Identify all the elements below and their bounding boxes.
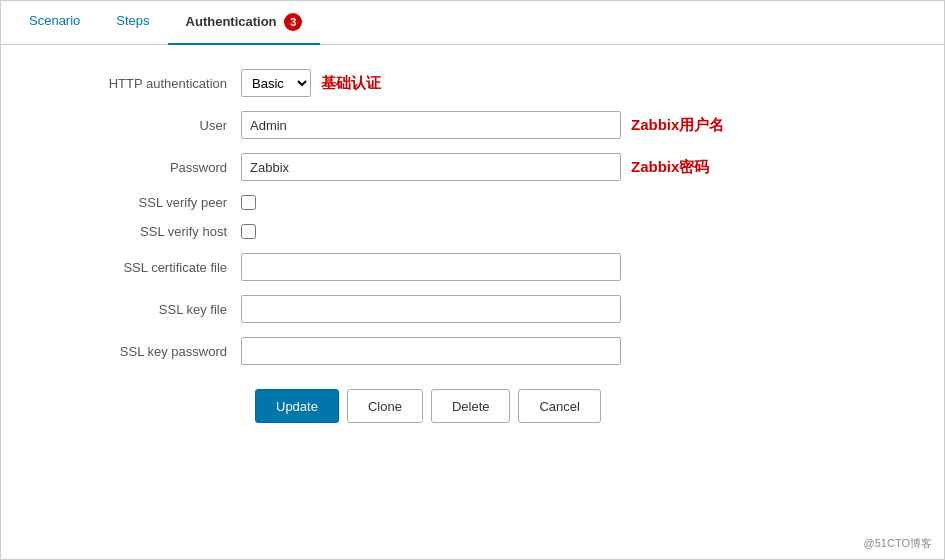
ssl-key-file-input[interactable] xyxy=(241,295,621,323)
http-auth-control: None Basic NTLM 基础认证 xyxy=(241,69,381,97)
password-input[interactable] xyxy=(241,153,621,181)
ssl-verify-peer-checkbox[interactable] xyxy=(241,195,256,210)
password-control: Zabbix密码 xyxy=(241,153,709,181)
user-annotation: Zabbix用户名 xyxy=(631,116,724,135)
tab-authentication-badge: 3 xyxy=(284,13,302,31)
ssl-verify-peer-row: SSL verify peer xyxy=(41,195,904,210)
main-container: Scenario Steps Authentication 3 HTTP aut… xyxy=(0,0,945,560)
tab-authentication[interactable]: Authentication 3 xyxy=(168,1,321,45)
password-label: Password xyxy=(41,160,241,175)
ssl-cert-file-row: SSL certificate file xyxy=(41,253,904,281)
tab-scenario[interactable]: Scenario xyxy=(11,1,98,45)
http-auth-annotation: 基础认证 xyxy=(321,74,381,93)
ssl-key-password-input[interactable] xyxy=(241,337,621,365)
ssl-key-password-label: SSL key password xyxy=(41,344,241,359)
clone-button[interactable]: Clone xyxy=(347,389,423,423)
ssl-cert-file-control xyxy=(241,253,621,281)
http-auth-row: HTTP authentication None Basic NTLM 基础认证 xyxy=(41,69,904,97)
delete-button[interactable]: Delete xyxy=(431,389,511,423)
password-annotation: Zabbix密码 xyxy=(631,158,709,177)
watermark: @51CTO博客 xyxy=(864,536,932,551)
ssl-verify-host-control xyxy=(241,224,256,239)
ssl-key-file-row: SSL key file xyxy=(41,295,904,323)
http-auth-select[interactable]: None Basic NTLM xyxy=(241,69,311,97)
ssl-verify-host-label: SSL verify host xyxy=(41,224,241,239)
update-button[interactable]: Update xyxy=(255,389,339,423)
user-row: User Zabbix用户名 xyxy=(41,111,904,139)
user-input[interactable] xyxy=(241,111,621,139)
ssl-key-file-control xyxy=(241,295,621,323)
tab-bar: Scenario Steps Authentication 3 xyxy=(1,1,944,45)
cancel-button[interactable]: Cancel xyxy=(518,389,600,423)
tab-steps[interactable]: Steps xyxy=(98,1,167,45)
ssl-key-password-row: SSL key password xyxy=(41,337,904,365)
ssl-verify-host-checkbox[interactable] xyxy=(241,224,256,239)
ssl-cert-file-input[interactable] xyxy=(241,253,621,281)
ssl-verify-peer-label: SSL verify peer xyxy=(41,195,241,210)
ssl-cert-file-label: SSL certificate file xyxy=(41,260,241,275)
ssl-verify-host-row: SSL verify host xyxy=(41,224,904,239)
ssl-key-password-control xyxy=(241,337,621,365)
user-label: User xyxy=(41,118,241,133)
ssl-key-file-label: SSL key file xyxy=(41,302,241,317)
password-row: Password Zabbix密码 xyxy=(41,153,904,181)
button-row: Update Clone Delete Cancel xyxy=(41,389,904,423)
http-auth-label: HTTP authentication xyxy=(41,76,241,91)
tab-authentication-label: Authentication xyxy=(186,14,277,29)
user-control: Zabbix用户名 xyxy=(241,111,724,139)
ssl-verify-peer-control xyxy=(241,195,256,210)
form-area: HTTP authentication None Basic NTLM 基础认证… xyxy=(1,45,944,447)
